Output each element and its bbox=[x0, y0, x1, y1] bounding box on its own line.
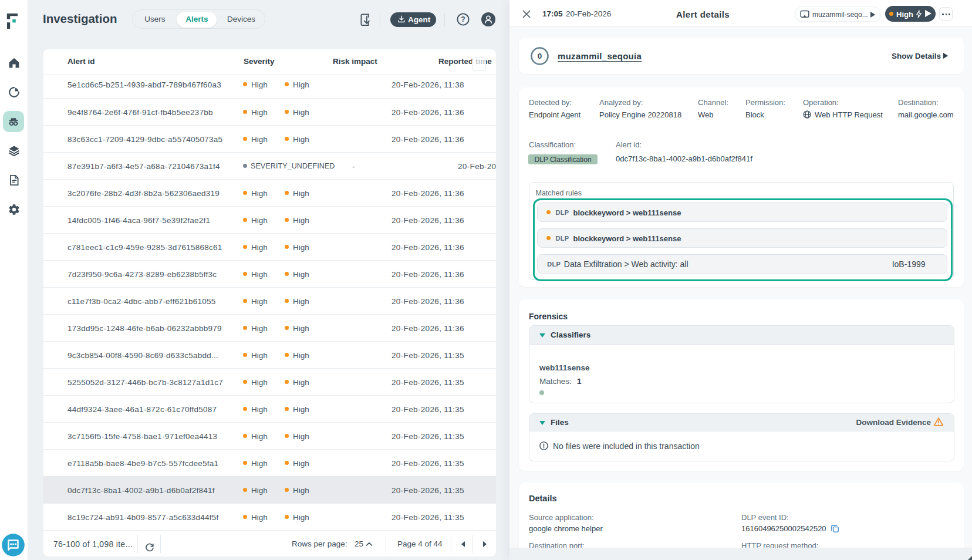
svg-text:?: ? bbox=[461, 15, 465, 23]
